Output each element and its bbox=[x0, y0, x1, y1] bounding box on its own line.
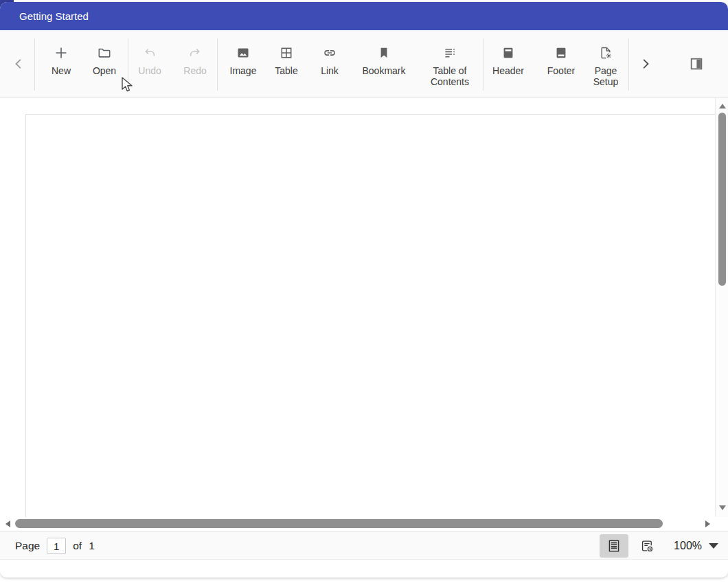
table-button-label: Table bbox=[275, 65, 297, 76]
link-icon bbox=[322, 45, 337, 60]
of-label: of bbox=[73, 540, 82, 552]
vertical-scrollbar[interactable] bbox=[715, 98, 728, 517]
print-layout-icon bbox=[606, 538, 622, 553]
caret-down-icon[interactable] bbox=[709, 543, 718, 549]
toolbar-separator bbox=[628, 38, 629, 91]
page-setup-button[interactable]: Page Setup bbox=[585, 37, 626, 93]
toolbar-scroll-right-button[interactable] bbox=[632, 30, 659, 98]
plus-icon bbox=[54, 45, 69, 60]
scroll-up-arrow-icon[interactable] bbox=[719, 104, 726, 108]
status-bar-right: 100% bbox=[600, 531, 718, 560]
table-of-contents-button[interactable]: Table of Contents bbox=[417, 37, 483, 93]
folder-icon bbox=[97, 45, 112, 60]
bookmark-button[interactable]: Bookmark bbox=[356, 37, 411, 93]
properties-pane-icon bbox=[689, 56, 704, 71]
vertical-scrollbar-thumb[interactable] bbox=[718, 113, 726, 286]
horizontal-scrollbar[interactable] bbox=[0, 517, 715, 531]
image-button-label: Image bbox=[230, 65, 257, 76]
app-root: Getting Started New Open bbox=[0, 0, 728, 583]
page-count: 1 bbox=[89, 540, 95, 552]
table-button[interactable]: Table bbox=[265, 37, 308, 93]
page-setup-button-label: Page Setup bbox=[590, 65, 622, 87]
status-bar: Page of 1 100% bbox=[0, 531, 728, 560]
zoom-value[interactable]: 100% bbox=[674, 540, 702, 552]
web-layout-icon bbox=[639, 538, 655, 553]
toolbar-scroll-left-button[interactable] bbox=[5, 30, 32, 98]
horizontal-scrollbar-thumb[interactable] bbox=[15, 519, 663, 528]
new-button-label: New bbox=[52, 65, 71, 76]
web-layout-button[interactable] bbox=[633, 534, 661, 558]
zoom-dropdown[interactable]: 100% bbox=[674, 540, 718, 552]
bookmark-button-label: Bookmark bbox=[362, 65, 405, 76]
chevron-right-icon bbox=[638, 56, 653, 71]
print-layout-button[interactable] bbox=[600, 534, 628, 558]
footer-button-label: Footer bbox=[547, 65, 575, 76]
redo-button-label: Redo bbox=[183, 65, 206, 76]
undo-button-label: Undo bbox=[138, 65, 161, 76]
link-button-label: Link bbox=[321, 65, 339, 76]
footer-strip bbox=[0, 560, 728, 578]
header-button-label: Header bbox=[492, 65, 524, 76]
footer-button[interactable]: Footer bbox=[540, 37, 582, 93]
page-label: Page bbox=[15, 540, 40, 552]
redo-icon bbox=[187, 45, 203, 60]
image-button[interactable]: Image bbox=[222, 37, 264, 93]
page-navigation: Page of 1 bbox=[15, 531, 95, 560]
open-button-label: Open bbox=[93, 65, 116, 76]
redo-button[interactable]: Redo bbox=[174, 37, 216, 93]
properties-pane-toggle-button[interactable] bbox=[683, 30, 710, 98]
page-number-input[interactable] bbox=[47, 538, 66, 554]
window-title: Getting Started bbox=[19, 2, 89, 30]
table-of-contents-icon bbox=[442, 45, 457, 60]
scroll-left-arrow-icon[interactable] bbox=[5, 521, 10, 527]
undo-button[interactable]: Undo bbox=[128, 37, 171, 93]
image-icon bbox=[236, 45, 251, 60]
toolbar-separator bbox=[217, 38, 218, 91]
scroll-right-arrow-icon[interactable] bbox=[705, 521, 710, 527]
undo-icon bbox=[142, 45, 157, 60]
table-icon bbox=[279, 45, 294, 60]
footer-icon bbox=[554, 45, 569, 60]
new-button[interactable]: New bbox=[40, 37, 82, 93]
title-bar: Getting Started bbox=[0, 2, 728, 30]
document-editor-window: Getting Started New Open bbox=[0, 2, 728, 578]
table-of-contents-button-label: Table of Contents bbox=[425, 65, 475, 87]
link-button[interactable]: Link bbox=[308, 37, 351, 93]
toolbar: New Open Undo Redo bbox=[0, 30, 728, 98]
open-button[interactable]: Open bbox=[83, 37, 126, 93]
bookmark-icon bbox=[376, 45, 391, 60]
page-setup-gear-icon bbox=[598, 45, 613, 60]
document-viewport bbox=[0, 98, 728, 517]
scroll-down-arrow-icon[interactable] bbox=[719, 505, 726, 510]
chevron-left-icon bbox=[11, 56, 26, 71]
document-page[interactable] bbox=[25, 114, 726, 517]
header-icon bbox=[501, 45, 516, 60]
toolbar-separator bbox=[483, 38, 484, 91]
toolbar-separator bbox=[34, 38, 35, 91]
header-button[interactable]: Header bbox=[487, 37, 530, 93]
